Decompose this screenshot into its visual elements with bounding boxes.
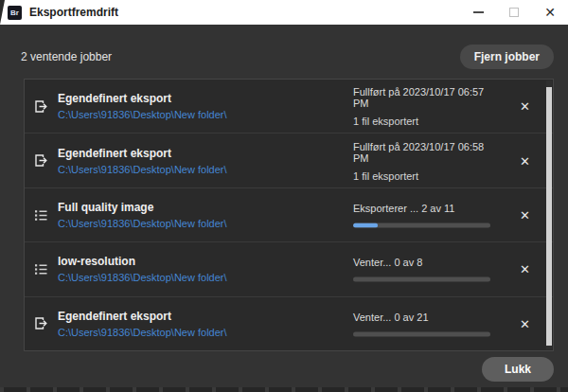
- minimize-icon: [473, 11, 484, 13]
- job-info: Egendefinert eksport C:\Users\91836\Desk…: [58, 310, 227, 338]
- titlebar: Br Eksportfremdrift ✕: [0, 0, 568, 25]
- export-icon: [33, 315, 49, 331]
- minimize-button[interactable]: [460, 0, 496, 25]
- job-row: Egendefinert eksport C:\Users\91836\Desk…: [25, 80, 553, 133]
- status-text: Fullført på 2023/10/17 06:58 PM: [353, 140, 495, 163]
- cancel-job-button[interactable]: ✕: [520, 317, 530, 330]
- job-info: Full quality image C:\Users\91836\Deskto…: [58, 201, 227, 229]
- job-status: Fullført på 2023/10/17 06:57 PM 1 fil ek…: [353, 86, 495, 127]
- close-dialog-button[interactable]: Lukk: [482, 357, 554, 382]
- job-path-link[interactable]: C:\Users\91836\Desktop\New folder\: [58, 109, 227, 120]
- list-icon: [33, 261, 49, 277]
- status-detail: 1 fil eksportert: [353, 169, 495, 181]
- job-info: Egendefinert eksport C:\Users\91836\Desk…: [58, 147, 227, 175]
- job-path-link[interactable]: C:\Users\91836\Desktop\New folder\: [58, 327, 227, 338]
- job-name: Egendefinert eksport: [58, 310, 227, 323]
- window-title: Eksportfremdrift: [29, 6, 118, 19]
- job-status: Fullført på 2023/10/17 06:58 PM 1 fil ek…: [353, 140, 495, 181]
- job-name: low-resolution: [58, 255, 227, 268]
- status-text: Fullført på 2023/10/17 06:57 PM: [353, 86, 495, 109]
- job-path-link[interactable]: C:\Users\91836\Desktop\New folder\: [58, 218, 227, 229]
- close-icon: ✕: [544, 6, 556, 19]
- job-status: Eksporterer ... 2 av 11: [353, 203, 495, 228]
- status-text: Eksporterer ... 2 av 11: [353, 203, 495, 214]
- list-icon: [33, 207, 49, 223]
- close-button[interactable]: ✕: [532, 0, 568, 25]
- status-text: Venter... 0 av 21: [353, 311, 495, 322]
- job-info: Egendefinert eksport C:\Users\91836\Desk…: [58, 92, 227, 120]
- job-name: Egendefinert eksport: [58, 92, 227, 105]
- status-detail: 1 fil eksportert: [353, 116, 495, 127]
- job-path-link[interactable]: C:\Users\91836\Desktop\New folder\: [58, 272, 227, 283]
- scrollbar-thumb[interactable]: [546, 87, 552, 346]
- clear-jobs-button[interactable]: Fjern jobber: [460, 45, 554, 69]
- scrollbar-track: [546, 80, 552, 349]
- cancel-job-button[interactable]: ✕: [520, 209, 530, 222]
- header-row: 2 ventende jobber Fjern jobber: [21, 44, 554, 69]
- export-progress-dialog: Br Eksportfremdrift ✕ 2 ventende jobber …: [0, 0, 568, 392]
- export-icon: [33, 98, 49, 115]
- background-window-edge: [0, 0, 5, 25]
- job-path-link[interactable]: C:\Users\91836\Desktop\New folder\: [58, 164, 227, 175]
- progress-bar: [353, 277, 490, 282]
- job-status: Venter... 0 av 21: [353, 311, 495, 336]
- progress-bar: [353, 223, 490, 228]
- job-info: low-resolution C:\Users\91836\Desktop\Ne…: [58, 255, 227, 283]
- job-row: Egendefinert eksport C:\Users\91836\Desk…: [25, 133, 553, 187]
- job-row: low-resolution C:\Users\91836\Desktop\Ne…: [25, 241, 553, 295]
- maximize-button[interactable]: [496, 0, 532, 25]
- job-name: Egendefinert eksport: [58, 147, 227, 160]
- job-row: Egendefinert eksport C:\Users\91836\Desk…: [25, 296, 553, 350]
- job-name: Full quality image: [58, 201, 227, 214]
- job-list: Egendefinert eksport C:\Users\91836\Desk…: [24, 79, 554, 351]
- export-icon: [33, 152, 49, 169]
- progress-fill: [353, 223, 378, 228]
- bridge-app-icon: Br: [8, 6, 22, 20]
- background-taskbar-edge: [0, 387, 568, 392]
- cancel-job-button[interactable]: ✕: [520, 263, 530, 276]
- window-controls: ✕: [460, 0, 568, 25]
- status-text: Venter... 0 av 8: [353, 257, 495, 268]
- maximize-icon: [509, 8, 519, 17]
- cancel-job-button[interactable]: ✕: [520, 154, 530, 167]
- cancel-job-button[interactable]: ✕: [520, 100, 530, 113]
- job-row: Full quality image C:\Users\91836\Deskto…: [25, 187, 553, 241]
- pending-jobs-label: 2 ventende jobber: [21, 50, 112, 63]
- job-status: Venter... 0 av 8: [353, 257, 495, 282]
- progress-bar: [353, 331, 490, 336]
